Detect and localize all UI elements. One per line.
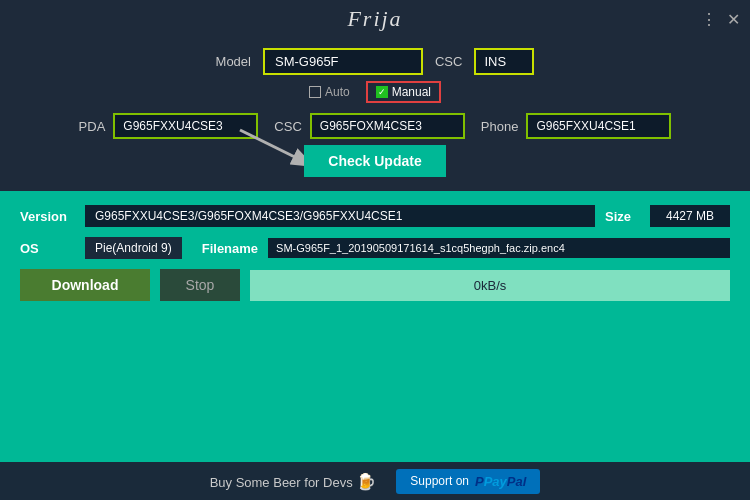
version-value: G965FXXU4CSE3/G965FOXM4CSE3/G965FXXU4CSE… bbox=[85, 205, 595, 227]
version-label: Version bbox=[20, 209, 75, 224]
app-title: Frija bbox=[347, 6, 402, 32]
manual-text: Manual bbox=[392, 85, 431, 99]
auto-manual-row: Auto ✓ Manual bbox=[30, 81, 720, 103]
os-row: OS Pie(Android 9) Filename SM-G965F_1_20… bbox=[20, 237, 730, 259]
version-row: Version G965FXXU4CSE3/G965FOXM4CSE3/G965… bbox=[20, 205, 730, 227]
action-row: Download Stop 0kB/s bbox=[20, 269, 730, 301]
model-label: Model bbox=[216, 54, 251, 69]
model-row: Model CSC bbox=[30, 48, 720, 75]
beer-icon: 🍺 bbox=[356, 473, 376, 490]
download-button[interactable]: Download bbox=[20, 269, 150, 301]
check-update-button[interactable]: Check Update bbox=[304, 145, 445, 177]
size-label: Size bbox=[605, 209, 640, 224]
auto-checkbox[interactable] bbox=[309, 86, 321, 98]
csc2-input[interactable] bbox=[310, 113, 465, 139]
footer: Buy Some Beer for Devs 🍺 Support on PPay… bbox=[0, 462, 750, 500]
phone-label: Phone bbox=[481, 119, 519, 134]
csc-label: CSC bbox=[435, 54, 462, 69]
filename-value: SM-G965F_1_20190509171614_s1cq5hegph_fac… bbox=[268, 238, 730, 258]
paypal-button[interactable]: Support on PPayPal bbox=[396, 469, 540, 494]
os-value: Pie(Android 9) bbox=[85, 237, 182, 259]
config-section: Model CSC Auto ✓ Manual PDA CSC bbox=[0, 38, 750, 191]
phone-group: Phone bbox=[481, 113, 672, 139]
paypal-logo: PPayPal bbox=[475, 474, 526, 489]
pda-label: PDA bbox=[79, 119, 106, 134]
window-controls: ⋮ ✕ bbox=[701, 10, 740, 29]
os-label: OS bbox=[20, 241, 75, 256]
filename-label: Filename bbox=[202, 241, 258, 256]
beer-text: Buy Some Beer for Devs 🍺 bbox=[210, 472, 377, 491]
csc-input[interactable] bbox=[474, 48, 534, 75]
speed-display: 0kB/s bbox=[250, 270, 730, 301]
pda-group: PDA bbox=[79, 113, 259, 139]
phone-input[interactable] bbox=[526, 113, 671, 139]
titlebar: Frija ⋮ ✕ bbox=[0, 0, 750, 38]
stop-button[interactable]: Stop bbox=[160, 269, 240, 301]
main-window: Frija ⋮ ✕ Model CSC Auto ✓ Manual bbox=[0, 0, 750, 500]
auto-label[interactable]: Auto bbox=[309, 85, 350, 99]
auto-text: Auto bbox=[325, 85, 350, 99]
download-section: Version G965FXXU4CSE3/G965FOXM4CSE3/G965… bbox=[0, 191, 750, 462]
manual-label[interactable]: ✓ Manual bbox=[366, 81, 441, 103]
menu-icon[interactable]: ⋮ bbox=[701, 10, 717, 29]
close-icon[interactable]: ✕ bbox=[727, 10, 740, 29]
support-text: Support on bbox=[410, 474, 469, 488]
model-input[interactable] bbox=[263, 48, 423, 75]
button-row: Check Update bbox=[30, 145, 720, 177]
manual-checkbox[interactable]: ✓ bbox=[376, 86, 388, 98]
size-value: 4427 MB bbox=[650, 205, 730, 227]
pda-row: PDA CSC Phone bbox=[30, 113, 720, 139]
